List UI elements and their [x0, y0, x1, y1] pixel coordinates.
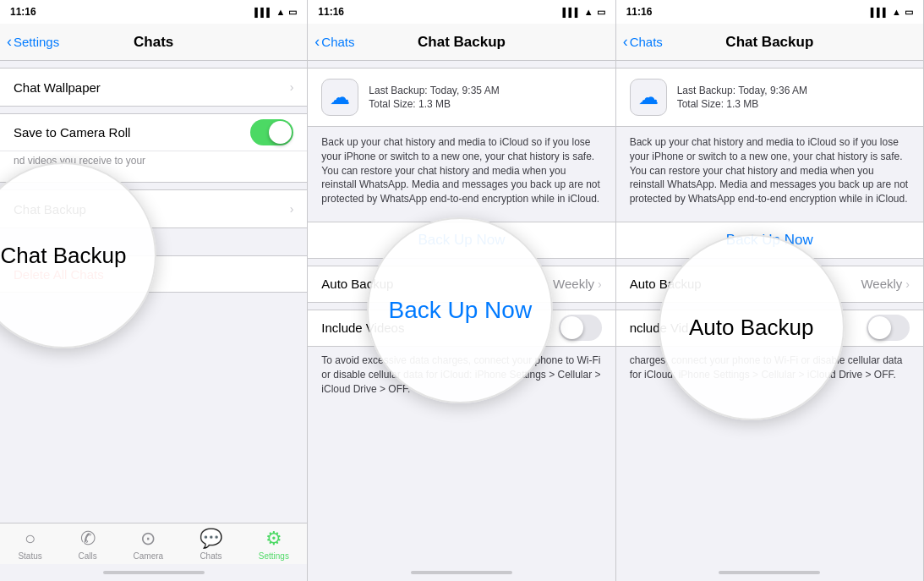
home-bar-3 — [719, 571, 820, 574]
status-tab-icon: ○ — [25, 528, 36, 550]
total-size-3: Total Size: 1.3 MB — [677, 98, 807, 110]
backup-desc-text-2: Back up your chat history and media to i… — [321, 136, 600, 205]
home-indicator-2 — [308, 564, 615, 581]
chat-wallpaper-label: Chat Wallpaper — [14, 80, 101, 95]
wifi-icon-3: ▲ — [892, 7, 901, 17]
status-bar-right-1: ▌▌▌ ▲ ▭ — [254, 7, 297, 18]
save-camera-toggle[interactable] — [250, 119, 293, 145]
status-bar-right-3: ▌▌▌ ▲ ▭ — [871, 7, 913, 18]
tab-bar-1: ○ Status ✆ Calls ⊙ Camera 💬 Chats ⚙ Sett… — [0, 523, 307, 564]
status-time-3: 11:16 — [626, 6, 653, 18]
back-arrow-1: ‹ — [7, 33, 12, 51]
calls-tab-icon: ✆ — [80, 528, 96, 550]
status-bar-3: 11:16 ▌▌▌ ▲ ▭ — [616, 0, 923, 24]
backup-header-2: ☁ Last Backup: Today, 9:35 AM Total Size… — [308, 68, 615, 127]
status-time-2: 11:16 — [318, 6, 344, 18]
nav-title-3: Chat Backup — [725, 34, 813, 51]
magnify-circle-2: Back Up Now — [367, 217, 553, 403]
nav-title-1: Chats — [134, 34, 173, 51]
status-time-1: 11:16 — [10, 6, 36, 18]
tab-calls[interactable]: ✆ Calls — [79, 528, 97, 561]
status-bar-1: 11:16 ▌▌▌ ▲ ▭ — [0, 0, 307, 24]
tab-status[interactable]: ○ Status — [18, 528, 41, 561]
total-size-2: Total Size: 1.3 MB — [369, 98, 499, 110]
signal-icon-2: ▌▌▌ — [563, 8, 581, 17]
signal-icon-3: ▌▌▌ — [871, 8, 888, 17]
circle-text-1: Chat Backup — [1, 243, 127, 269]
include-videos-toggle-2[interactable] — [559, 315, 602, 341]
chevron-wallpaper: › — [290, 80, 294, 94]
backup-info-3: Last Backup: Today, 9:36 AM Total Size: … — [677, 85, 807, 110]
content-3: ☁ Last Backup: Today, 9:36 AM Total Size… — [616, 61, 923, 564]
save-camera-label: Save to Camera Roll — [14, 125, 130, 140]
phone-screen-1: 11:16 ▌▌▌ ▲ ▭ ‹ Settings Chats Chat Wall… — [0, 0, 308, 581]
chats-tab-icon: 💬 — [200, 528, 222, 550]
chevron-auto-backup-2: › — [598, 277, 602, 291]
backup-header-3: ☁ Last Backup: Today, 9:36 AM Total Size… — [616, 68, 923, 127]
back-arrow-2: ‹ — [314, 33, 320, 51]
battery-icon-2: ▭ — [597, 7, 605, 18]
backup-desc-text-3: Back up your chat history and media to i… — [630, 136, 909, 205]
phone-screen-2: 11:16 ▌▌▌ ▲ ▭ ‹ Chats Chat Backup ☁ Last… — [308, 0, 615, 581]
last-backup-3: Last Backup: Today, 9:36 AM — [677, 85, 807, 96]
nav-bar-2: ‹ Chats Chat Backup — [308, 24, 615, 61]
nav-back-label-1: Settings — [14, 35, 59, 49]
toggle-knob — [269, 121, 292, 144]
chevron-backup: › — [290, 202, 294, 216]
status-bar-right-2: ▌▌▌ ▲ ▭ — [563, 7, 605, 18]
circle-text-3: Auto Backup — [689, 315, 813, 341]
cloud-icon-2: ☁ — [321, 79, 358, 116]
cloud-icon-3: ☁ — [630, 79, 667, 116]
tab-camera-label: Camera — [134, 551, 164, 561]
home-indicator-1 — [0, 564, 307, 581]
wifi-icon-2: ▲ — [584, 7, 593, 17]
tab-settings-label: Settings — [259, 551, 289, 561]
auto-backup-value-container-3: Weekly › — [861, 277, 910, 291]
nav-bar-3: ‹ Chats Chat Backup — [616, 24, 923, 61]
list-section-wallpaper: Chat Wallpaper › — [0, 68, 307, 107]
tab-calls-label: Calls — [79, 551, 97, 561]
settings-tab-icon: ⚙ — [265, 528, 282, 550]
backup-info-2: Last Backup: Today, 9:35 AM Total Size: … — [369, 85, 499, 110]
chat-wallpaper-item[interactable]: Chat Wallpaper › — [0, 69, 307, 106]
nav-title-2: Chat Backup — [418, 34, 506, 51]
auto-backup-value-container-2: Weekly › — [553, 277, 602, 291]
nav-back-2[interactable]: ‹ Chats — [314, 33, 354, 51]
signal-icon-1: ▌▌▌ — [254, 8, 272, 17]
phone-screen-3: 11:16 ▌▌▌ ▲ ▭ ‹ Chats Chat Backup ☁ Last… — [616, 0, 924, 581]
tab-settings[interactable]: ⚙ Settings — [259, 528, 289, 561]
nav-back-label-3: Chats — [630, 35, 663, 49]
content-1: Chat Wallpaper › Save to Camera Roll nd … — [0, 61, 307, 523]
wifi-icon-1: ▲ — [276, 7, 285, 17]
nav-back-3[interactable]: ‹ Chats — [623, 33, 663, 51]
nav-back-1[interactable]: ‹ Settings — [7, 33, 59, 51]
tab-chats[interactable]: 💬 Chats — [200, 528, 222, 561]
include-videos-toggle-3[interactable] — [867, 315, 910, 341]
last-backup-2: Last Backup: Today, 9:35 AM — [369, 85, 499, 96]
circle-text-2: Back Up Now — [389, 297, 533, 324]
backup-description-3: Back up your chat history and media to i… — [616, 127, 923, 215]
auto-backup-value-2: Weekly — [553, 277, 594, 291]
status-bar-2: 11:16 ▌▌▌ ▲ ▭ — [308, 0, 615, 24]
tab-chats-label: Chats — [200, 551, 221, 561]
back-arrow-3: ‹ — [623, 33, 628, 51]
toggle-knob-2 — [560, 316, 583, 339]
chevron-auto-backup-3: › — [905, 277, 910, 291]
tab-status-label: Status — [18, 551, 41, 561]
home-indicator-3 — [616, 564, 923, 581]
camera-tab-icon: ⊙ — [140, 528, 156, 550]
home-bar-1 — [103, 571, 205, 574]
battery-icon-1: ▭ — [288, 7, 297, 18]
save-camera-item[interactable]: Save to Camera Roll — [0, 114, 307, 151]
nav-bar-1: ‹ Settings Chats — [0, 24, 307, 61]
battery-icon-3: ▭ — [905, 7, 913, 18]
toggle-knob-3 — [868, 316, 891, 339]
home-bar-2 — [411, 571, 512, 574]
content-2: ☁ Last Backup: Today, 9:35 AM Total Size… — [308, 61, 615, 564]
tab-camera[interactable]: ⊙ Camera — [134, 528, 164, 561]
nav-back-label-2: Chats — [321, 35, 354, 49]
backup-description-2: Back up your chat history and media to i… — [308, 127, 615, 215]
auto-backup-value-3: Weekly — [861, 277, 902, 291]
magnify-circle-3: Auto Backup — [659, 234, 845, 420]
